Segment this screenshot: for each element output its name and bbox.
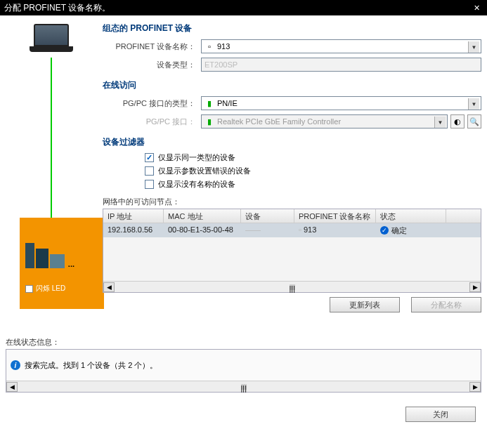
- titlebar: 分配 PROFINET 设备名称。 ✕: [0, 0, 487, 15]
- select-pgpc-iface-value: Realtek PCIe GbE Family Controller: [217, 117, 341, 126]
- field-device-type: ET200SP: [201, 58, 481, 72]
- filter-opt1-label: 仅显示同一类型的设备: [158, 152, 235, 163]
- scroll-left-icon[interactable]: ◀: [103, 282, 115, 292]
- close-button[interactable]: 关闭: [405, 407, 476, 422]
- th-device[interactable]: 设备: [241, 209, 294, 223]
- cell-mac: 00-80-E1-35-00-48: [164, 223, 241, 237]
- row-device-type: 设备类型： ET200SP: [103, 57, 481, 72]
- status-message: 搜索完成。找到 1 个设备（共 2 个）。: [25, 360, 157, 371]
- table-area: 网络中的可访问节点： IP 地址 MAC 地址 设备 PROFINET 设备名称…: [103, 197, 481, 312]
- field-device-type-value: ET200SP: [204, 60, 238, 69]
- filter-opt1-checkbox[interactable]: [145, 153, 154, 162]
- label-pgpc-iface: PG/PC 接口：: [103, 117, 201, 127]
- table-row[interactable]: 192.168.0.56 00-80-E1-35-00-48 —— ▫ 913 …: [103, 223, 481, 237]
- status-scrollbar[interactable]: ◀ ||| ▶: [6, 381, 481, 392]
- laptop-icon: [30, 24, 73, 53]
- scroll-right-icon[interactable]: ▶: [469, 282, 481, 292]
- section-online-title: 在线访问: [103, 79, 481, 91]
- section-configured-title: 组态的 PROFINET 设备: [103, 22, 481, 34]
- close-icon[interactable]: ✕: [470, 1, 483, 14]
- filter-opt3-checkbox[interactable]: [145, 180, 154, 189]
- footer: 关闭: [0, 398, 487, 428]
- row-pgpc-type: PG/PC 接口的类型： ▮ PN/IE ▼: [103, 95, 481, 111]
- filter-opt2-checkbox[interactable]: [145, 166, 154, 176]
- nic-icon: ▮: [204, 117, 214, 126]
- flash-led-checkbox[interactable]: [25, 285, 33, 293]
- scroll-right-icon[interactable]: ▶: [469, 382, 481, 392]
- horiz-scrollbar[interactable]: ◀ ||| ▶: [103, 281, 481, 292]
- row-device-name: PROFINET 设备名称： ▫ 913 ▼: [103, 39, 481, 54]
- refresh-button[interactable]: 更新列表: [330, 297, 400, 312]
- section-filter-title: 设备过滤器: [103, 136, 481, 148]
- cell-pn-name: ▫ 913: [294, 223, 376, 237]
- module-icon: ▫: [204, 41, 214, 51]
- assign-name-button[interactable]: 分配名称: [411, 297, 481, 312]
- table-header: IP 地址 MAC 地址 设备 PROFINET 设备名称 状态: [103, 209, 481, 223]
- settings-icon-button[interactable]: ◐: [450, 114, 465, 129]
- filter-opt3-label: 仅显示没有名称的设备: [158, 179, 235, 190]
- th-pn-name[interactable]: PROFINET 设备名称: [294, 209, 376, 223]
- cell-status: ✓ 确定: [376, 223, 446, 237]
- pnie-icon: ▮: [204, 98, 214, 108]
- filter-opt3-row: 仅显示没有名称的设备: [145, 179, 481, 190]
- status-section: 在线状态信息： i 搜索完成。找到 1 个设备（共 2 个）。 ◀ ||| ▶: [6, 337, 481, 393]
- main-content: ... 闪烁 LED 组态的 PROFINET 设备 PROFINET 设备名称…: [0, 15, 487, 331]
- chevron-down-icon[interactable]: ▼: [468, 41, 479, 53]
- filter-opt1-row: 仅显示同一类型的设备: [145, 152, 481, 163]
- select-device-name-value: 913: [217, 42, 230, 51]
- flash-led-row: 闪烁 LED: [25, 284, 98, 294]
- cell-device: ——: [241, 223, 294, 237]
- select-pgpc-type-value: PN/IE: [217, 99, 238, 107]
- scroll-thumb[interactable]: |||: [241, 384, 247, 390]
- chevron-down-icon[interactable]: ▼: [468, 98, 479, 110]
- row-pgpc-iface: PG/PC 接口： ▮ Realtek PCIe GbE Family Cont…: [103, 114, 481, 129]
- label-pgpc-type: PG/PC 接口的类型：: [103, 98, 201, 109]
- scroll-thumb[interactable]: |||: [290, 284, 295, 290]
- device-tile[interactable]: ... 闪烁 LED: [20, 218, 104, 309]
- table-caption: 网络中的可访问节点：: [103, 197, 481, 207]
- filter-opt2-label: 仅显示参数设置错误的设备: [158, 166, 251, 176]
- label-device-name: PROFINET 设备名称：: [103, 41, 201, 52]
- search-icon-button[interactable]: 🔍: [467, 114, 481, 129]
- label-device-type: 设备类型：: [103, 60, 201, 70]
- flash-led-label: 闪烁 LED: [36, 284, 65, 294]
- scroll-left-icon[interactable]: ◀: [6, 382, 18, 392]
- connection-line: [51, 58, 52, 240]
- select-device-name[interactable]: ▫ 913 ▼: [201, 39, 481, 53]
- window-title: 分配 PROFINET 设备名称。: [4, 2, 110, 14]
- th-mac[interactable]: MAC 地址: [164, 209, 241, 223]
- status-label: 在线状态信息：: [6, 337, 481, 348]
- select-pgpc-iface[interactable]: ▮ Realtek PCIe GbE Family Controller ▼: [201, 114, 448, 129]
- device-icon: ...: [25, 240, 74, 268]
- right-panel: 组态的 PROFINET 设备 PROFINET 设备名称： ▫ 913 ▼ 设…: [97, 21, 481, 326]
- topology-panel: ... 闪烁 LED: [6, 21, 97, 326]
- chevron-down-icon[interactable]: ▼: [434, 117, 446, 128]
- info-icon: i: [11, 360, 20, 370]
- ok-icon: ✓: [380, 226, 389, 235]
- th-ip[interactable]: IP 地址: [103, 209, 164, 223]
- table-actions: 更新列表 分配名称: [103, 297, 481, 312]
- status-box: i 搜索完成。找到 1 个设备（共 2 个）。 ◀ ||| ▶: [6, 349, 481, 393]
- th-status[interactable]: 状态: [376, 209, 446, 223]
- select-pgpc-type[interactable]: ▮ PN/IE ▼: [201, 96, 481, 110]
- device-table: IP 地址 MAC 地址 设备 PROFINET 设备名称 状态 192.168…: [103, 209, 481, 293]
- filter-opt2-row: 仅显示参数设置错误的设备: [145, 166, 481, 176]
- cell-ip: 192.168.0.56: [103, 223, 164, 237]
- status-line: i 搜索完成。找到 1 个设备（共 2 个）。: [6, 350, 481, 381]
- status-text: 确定: [391, 225, 407, 236]
